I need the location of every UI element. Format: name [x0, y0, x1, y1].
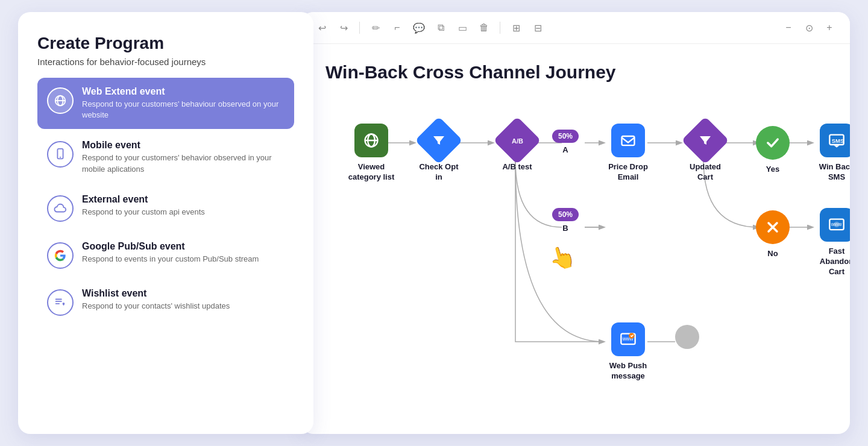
comment-button[interactable]: 💬	[410, 19, 427, 36]
node-shape-viewed	[354, 124, 388, 157]
connect-button[interactable]: ⌐	[389, 19, 406, 36]
node-price-drop[interactable]: Price Drop Email	[604, 124, 652, 183]
canvas-area[interactable]: Win-Back Cross Channel Journey	[301, 44, 850, 434]
svg-text:SMS: SMS	[832, 138, 844, 144]
node-viewed-category[interactable]: Viewed category list	[347, 124, 395, 183]
cloud-icon	[47, 195, 74, 222]
edit-button[interactable]: ✏	[367, 19, 384, 36]
node-ab-test[interactable]: A/B A/B test	[493, 124, 541, 172]
smartphone-icon	[47, 141, 74, 168]
node-fast-cart[interactable]: www Fast Abandon Cart	[813, 208, 850, 277]
left-panel: Create Program Interactions for behavior…	[18, 12, 313, 434]
fit-button-2[interactable]: ⊟	[529, 19, 546, 36]
node-win-back-sms[interactable]: SMS Win Back SMS	[813, 124, 850, 183]
node-label-viewed: Viewed category list	[347, 162, 395, 183]
svg-text:www: www	[831, 222, 842, 227]
node-yes[interactable]: Yes	[756, 126, 790, 175]
toolbar-divider-2	[500, 22, 500, 34]
node-label-fast-cart: Fast Abandon Cart	[813, 247, 850, 277]
event-item-external[interactable]: External event Respond to your custom ap…	[37, 186, 294, 230]
node-web-push[interactable]: www Web Push message	[604, 322, 652, 382]
right-panel: ↩ ↪ ✏ ⌐ 💬 ⧉ ▭ 🗑 ⊞ ⊟ − ⊙ + Win-Back Cross…	[301, 12, 850, 434]
node-label-ab-test: A/B test	[493, 162, 541, 172]
node-label-updated-cart: Updated Cart	[681, 162, 729, 183]
toolbar-divider-1	[359, 22, 360, 34]
delete-button[interactable]: 🗑	[476, 19, 492, 36]
zoom-reset-button[interactable]: ⊙	[800, 19, 817, 36]
undo-button[interactable]: ↩	[313, 19, 330, 36]
node-percent-b: 50% B	[552, 208, 579, 234]
node-updated-cart[interactable]: Updated Cart	[681, 124, 729, 183]
frame-button[interactable]: ▭	[454, 19, 471, 36]
node-label-web-push: Web Push message	[604, 361, 652, 382]
panel-subtitle: Interactions for behavior-focused journe…	[37, 57, 294, 67]
node-label-check-opt: Check Opt in	[415, 162, 463, 183]
event-item-google-pub[interactable]: Google Pub/Sub event Respond to events i…	[37, 233, 294, 277]
node-label-yes: Yes	[761, 165, 785, 175]
event-item-mobile[interactable]: Mobile event Respond to your customers' …	[37, 131, 294, 183]
node-label-b: B	[559, 224, 571, 234]
hand-cursor-icon: 👆	[546, 242, 578, 274]
node-label-a: A	[559, 145, 571, 155]
zoom-in-button[interactable]: +	[821, 19, 838, 36]
zoom-out-button[interactable]: −	[780, 19, 797, 36]
event-item-wishlist[interactable]: Wishlist event Respond to your contacts'…	[37, 280, 294, 324]
copy-button[interactable]: ⧉	[432, 19, 449, 36]
svg-text:A/B: A/B	[512, 137, 523, 145]
globe-icon	[47, 87, 74, 114]
event-text-wishlist: Wishlist event Respond to your contacts'…	[82, 288, 230, 312]
toolbar-zoom-controls: − ⊙ +	[780, 19, 838, 36]
redo-button[interactable]: ↪	[335, 19, 352, 36]
fit-button-1[interactable]: ⊞	[508, 19, 524, 36]
google-icon	[47, 242, 74, 269]
event-text-external: External event Respond to your custom ap…	[82, 194, 205, 218]
event-item-web-extend[interactable]: Web Extend event Respond to your custome…	[37, 78, 294, 129]
event-text-web-extend: Web Extend event Respond to your custome…	[82, 86, 285, 121]
wishlist-icon	[47, 289, 74, 316]
node-label-price-drop: Price Drop Email	[604, 162, 652, 183]
node-no[interactable]: No	[756, 210, 790, 259]
svg-rect-24	[622, 136, 635, 145]
node-label-no: No	[761, 249, 785, 259]
node-placeholder-3	[675, 325, 699, 349]
toolbar: ↩ ↪ ✏ ⌐ 💬 ⧉ ▭ 🗑 ⊞ ⊟ − ⊙ +	[301, 12, 850, 44]
node-percent-a: 50% A	[552, 130, 579, 155]
event-text-google-pub: Google Pub/Sub event Respond to events i…	[82, 241, 259, 265]
diagram-title: Win-Back Cross Channel Journey	[326, 62, 826, 83]
event-text-mobile: Mobile event Respond to your customers' …	[82, 140, 285, 174]
flow-diagram: Viewed category list Check Opt in	[326, 107, 850, 420]
node-check-opt[interactable]: Check Opt in	[415, 124, 463, 183]
node-label-win-back-sms: Win Back SMS	[813, 162, 850, 183]
panel-title: Create Program	[37, 34, 294, 53]
